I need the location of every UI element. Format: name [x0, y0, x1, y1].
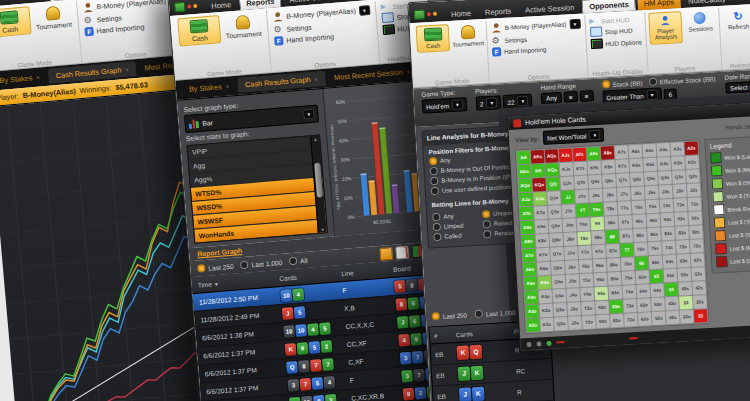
hand-cell-AKs[interactable]: AKs [531, 150, 545, 164]
filter-cards-icon[interactable] [379, 246, 393, 260]
hand-cell-A4s[interactable]: A4s [657, 143, 671, 157]
scrollbar-thumb[interactable] [314, 163, 323, 198]
hand-cell-Q5s[interactable]: Q5s [644, 172, 658, 186]
hand-cell-QJo[interactable]: QJo [547, 191, 561, 205]
hand-cell-KTo[interactable]: KTo [534, 206, 548, 220]
hand-cell-Q3s[interactable]: Q3s [672, 170, 686, 184]
hand-cell-A7o[interactable]: A7o [522, 249, 536, 263]
scroll-up-icon[interactable]: ▴ [311, 135, 319, 142]
hand-cell-A2o[interactable]: A2o [526, 318, 540, 332]
hand-range-button-2[interactable]: ≡ [579, 90, 593, 102]
hand-cell-Q2s[interactable]: Q2s [686, 169, 700, 183]
hand-cell-95s[interactable]: 95s [646, 214, 660, 228]
hand-cell-92s[interactable]: 92s [688, 211, 702, 225]
hand-cell-A5s[interactable]: A5s [643, 144, 657, 158]
hand-cell-QTo[interactable]: QTo [548, 205, 562, 219]
hand-cell-97s[interactable]: 97s [619, 215, 633, 229]
radio-icon[interactable] [475, 310, 483, 318]
hand-cell-QJs[interactable]: QJs [560, 176, 574, 190]
hand-cell-J2s[interactable]: J2s [687, 183, 701, 197]
radio-icon[interactable] [431, 187, 439, 195]
hand-cell-K7s[interactable]: K7s [615, 159, 629, 173]
hand-cell-AJo[interactable]: AJo [519, 193, 533, 207]
hand-cell-87o[interactable]: 87o [606, 244, 620, 258]
hand-cell-K7o[interactable]: K7o [536, 248, 550, 262]
hand-cell-T8s[interactable]: T8s [604, 202, 618, 216]
hand-cell-T7s[interactable]: T7s [618, 201, 632, 215]
scroll-down-icon[interactable]: ▾ [318, 226, 326, 233]
hand-cell-85s[interactable]: 85s [647, 228, 661, 242]
hand-cell-T9o[interactable]: T9o [577, 217, 591, 231]
hand-cell-T8o[interactable]: T8o [577, 231, 591, 245]
hand-cell-T2o[interactable]: T2o [582, 315, 596, 329]
hand-cell-53o[interactable]: 53o [651, 297, 665, 311]
hand-cell-64o[interactable]: 64o [636, 284, 650, 298]
cash-button[interactable]: Cash [177, 15, 221, 46]
game-type-select[interactable]: Hold'em▼ [422, 97, 468, 113]
hand-cell-T5o[interactable]: T5o [580, 273, 594, 287]
chevron-down-icon[interactable]: ▼ [569, 18, 580, 29]
hand-cell-K6s[interactable]: K6s [629, 158, 643, 172]
hand-cell-65o[interactable]: 65o [636, 270, 650, 284]
hand-cell-85o[interactable]: 85o [608, 272, 622, 286]
hand-cell-T2s[interactable]: T2s [688, 197, 702, 211]
hand-cell-K3s[interactable]: K3s [671, 156, 685, 170]
hand-cell-AQs[interactable]: AQs [545, 149, 559, 163]
hand-cell-T3o[interactable]: T3o [581, 301, 595, 315]
hand-cell-AA[interactable]: AA [517, 151, 531, 165]
hand-cell-K9s[interactable]: K9s [587, 161, 601, 175]
hand-cell-ATo[interactable]: ATo [520, 207, 534, 221]
close-icon[interactable]: × [125, 66, 129, 72]
hud-options-button[interactable]: HUD Options [589, 35, 643, 50]
stack-radio[interactable]: Stack (BB) [601, 78, 642, 88]
hand-cell-63o[interactable]: 63o [637, 298, 651, 312]
hand-cell-Q6o[interactable]: Q6o [551, 261, 565, 275]
hand-cell-42o[interactable]: 42o [666, 311, 680, 325]
status-dot-icon[interactable] [536, 341, 541, 346]
radio-icon[interactable] [432, 213, 440, 221]
hand-cell-98s[interactable]: 98s [605, 216, 619, 230]
hand-cell-KJo[interactable]: KJo [533, 192, 547, 206]
radio-icon[interactable] [430, 167, 438, 175]
hand-cell-KQs[interactable]: KQs [546, 163, 560, 177]
radio-icon[interactable] [240, 261, 249, 270]
range-radio-last-250[interactable]: Last 250 [432, 310, 468, 320]
hand-cell-62s[interactable]: 62s [691, 253, 705, 267]
hand-cell-T3s[interactable]: T3s [674, 198, 688, 212]
hand-cell-92o[interactable]: 92o [596, 315, 610, 329]
hand-cell-T7o[interactable]: T7o [578, 245, 592, 259]
radio-icon[interactable] [430, 177, 438, 185]
hand-cell-86o[interactable]: 86o [607, 258, 621, 272]
hand-cell-Q8o[interactable]: Q8o [549, 233, 563, 247]
hand-range-value[interactable]: Any [541, 92, 562, 104]
hand-cell-94o[interactable]: 94o [594, 287, 608, 301]
hand-cell-K2s[interactable]: K2s [685, 155, 699, 169]
hand-cell-QQ[interactable]: QQ [546, 177, 560, 191]
hand-cell-53s[interactable]: 53s [678, 268, 692, 282]
hand-cell-JTo[interactable]: JTo [562, 204, 576, 218]
hand-cell-T9s[interactable]: T9s [590, 203, 604, 217]
hand-cell-Q7s[interactable]: Q7s [616, 173, 630, 187]
radio-icon[interactable] [483, 230, 491, 238]
refresh-button[interactable]: ↻Refresh [722, 7, 750, 33]
radio-icon[interactable] [483, 220, 491, 228]
hand-cell-T6s[interactable]: T6s [632, 200, 646, 214]
radio-icon[interactable] [433, 223, 441, 231]
view-by-select[interactable]: Net Won/Total ▼ [543, 128, 605, 145]
hand-cell-TT[interactable]: TT [576, 204, 590, 218]
hand-cell-QTs[interactable]: QTs [574, 176, 588, 190]
hand-cell-84o[interactable]: 84o [608, 286, 622, 300]
radio-icon[interactable] [482, 210, 490, 218]
hand-cell-J8o[interactable]: J8o [563, 232, 577, 246]
hand-cell-A7s[interactable]: A7s [615, 145, 629, 159]
hand-cell-86s[interactable]: 86s [633, 228, 647, 242]
hand-cell-32s[interactable]: 32s [693, 295, 707, 309]
hand-cell-55[interactable]: 55 [650, 269, 664, 283]
hand-cell-Q4o[interactable]: Q4o [553, 289, 567, 303]
hand-cell-22[interactable]: 22 [694, 309, 708, 323]
hand-cell-J9s[interactable]: J9s [589, 189, 603, 203]
hand-cell-K4o[interactable]: K4o [539, 290, 553, 304]
betting-radio[interactable]: Any [432, 211, 480, 222]
hand-cell-KTs[interactable]: KTs [573, 162, 587, 176]
hand-cell-A5o[interactable]: A5o [524, 277, 538, 291]
